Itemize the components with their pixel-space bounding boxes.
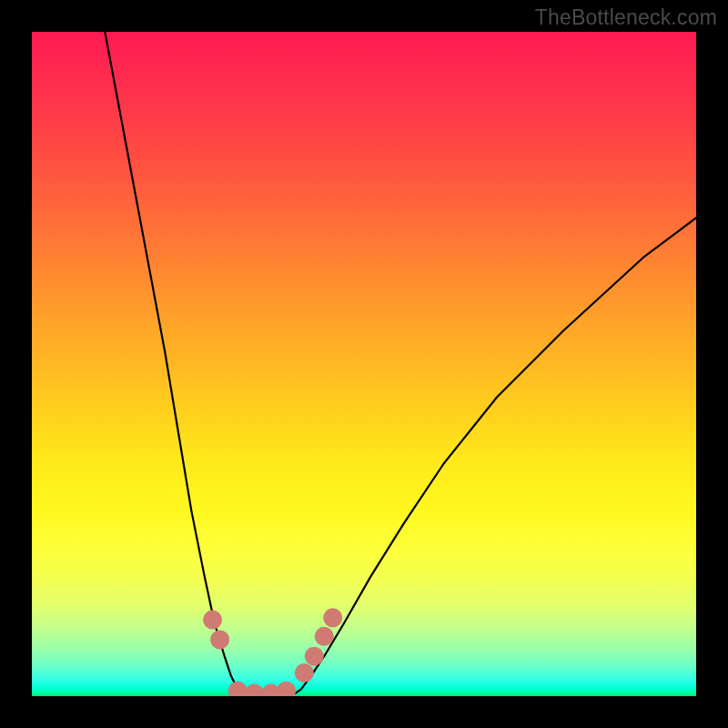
right-marker-4 [323, 608, 342, 627]
chart-frame: TheBottleneck.com [0, 0, 728, 728]
left-marker-upper [203, 611, 222, 630]
floor-marker-4 [277, 682, 296, 696]
left-marker-lower [210, 630, 229, 649]
series-right-branch [291, 217, 696, 696]
plot-area [32, 32, 696, 696]
series-left-branch [105, 32, 248, 696]
floor-marker-2 [245, 684, 264, 696]
right-marker-3 [315, 627, 334, 646]
floor-marker-1 [228, 682, 248, 696]
right-marker-1 [295, 663, 314, 682]
watermark-text: TheBottleneck.com [535, 5, 717, 30]
right-marker-2 [305, 647, 324, 666]
curve-group [105, 32, 696, 696]
chart-svg [32, 32, 696, 696]
